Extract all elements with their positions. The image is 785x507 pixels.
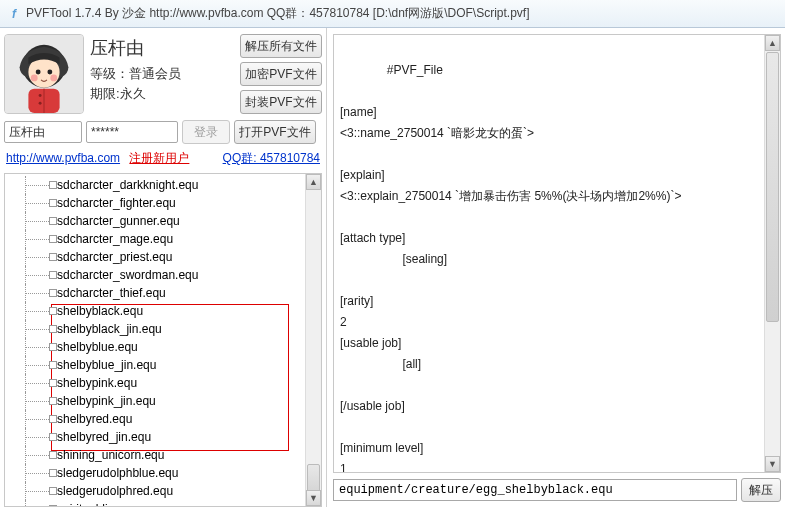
tree-item[interactable]: sdcharcter_priest.equ bbox=[5, 248, 321, 266]
qq-link[interactable]: QQ群: 457810784 bbox=[223, 150, 320, 167]
tree-item[interactable]: shelbyblue_jin.equ bbox=[5, 356, 321, 374]
file-tree[interactable]: ▲ ▼ sdcharcter_darkknight.equsdcharcter_… bbox=[4, 173, 322, 507]
register-link[interactable]: 注册新用户 bbox=[129, 151, 189, 165]
user-expire: 期限:永久 bbox=[90, 84, 234, 104]
tree-item-label: sledgerudolphblue.equ bbox=[57, 466, 178, 480]
tree-item[interactable]: sdcharcter_gunner.equ bbox=[5, 212, 321, 230]
tree-item-label: spiritgoblin.equ bbox=[57, 502, 138, 507]
tree-item-label: sdcharcter_swordman.equ bbox=[57, 268, 198, 282]
tree-item-label: sdcharcter_darkknight.equ bbox=[57, 178, 198, 192]
tree-item-label: shelbyblack_jin.equ bbox=[57, 322, 162, 336]
scroll-thumb[interactable] bbox=[766, 52, 779, 322]
tree-item-label: shelbyred.equ bbox=[57, 412, 132, 426]
content-scrollbar[interactable]: ▲ ▼ bbox=[764, 35, 780, 472]
tree-item-label: sdcharcter_priest.equ bbox=[57, 250, 172, 264]
tree-item[interactable]: sdcharcter_mage.equ bbox=[5, 230, 321, 248]
content-text: #PVF_File [name] <3::name_2750014 `暗影龙女的… bbox=[340, 63, 681, 473]
tree-item[interactable]: sledgerudolphblue.equ bbox=[5, 464, 321, 482]
tree-item[interactable]: spiritgoblin.equ bbox=[5, 500, 321, 507]
tree-item[interactable]: sdcharcter_thief.equ bbox=[5, 284, 321, 302]
avatar bbox=[4, 34, 84, 114]
right-panel: #PVF_File [name] <3::name_2750014 `暗影龙女的… bbox=[327, 28, 785, 507]
tree-item-label: shining_unicorn.equ bbox=[57, 448, 164, 462]
tree-item[interactable]: sdcharcter_swordman.equ bbox=[5, 266, 321, 284]
path-input[interactable] bbox=[333, 479, 737, 501]
file-content[interactable]: #PVF_File [name] <3::name_2750014 `暗影龙女的… bbox=[333, 34, 781, 473]
tree-item[interactable]: shelbypink.equ bbox=[5, 374, 321, 392]
tree-item[interactable]: shining_unicorn.equ bbox=[5, 446, 321, 464]
svg-point-6 bbox=[50, 74, 57, 81]
tree-item[interactable]: shelbyblack_jin.equ bbox=[5, 320, 321, 338]
encrypt-button[interactable]: 加密PVF文件 bbox=[240, 62, 322, 86]
svg-point-3 bbox=[36, 70, 41, 75]
app-icon: f bbox=[6, 6, 22, 22]
user-level: 等级：普通会员 bbox=[90, 64, 234, 84]
window-titlebar: f PVFTool 1.7.4 By 沙金 http://www.pvfba.c… bbox=[0, 0, 785, 28]
username-input[interactable] bbox=[4, 121, 82, 143]
tree-item-label: shelbyblack.equ bbox=[57, 304, 143, 318]
tree-item[interactable]: shelbyblue.equ bbox=[5, 338, 321, 356]
login-button[interactable]: 登录 bbox=[182, 120, 230, 144]
svg-point-9 bbox=[39, 102, 42, 105]
tree-item-label: shelbypink.equ bbox=[57, 376, 137, 390]
tree-item-label: sdcharcter_thief.equ bbox=[57, 286, 166, 300]
tree-item[interactable]: sledgerudolphred.equ bbox=[5, 482, 321, 500]
tree-item-label: shelbyblue_jin.equ bbox=[57, 358, 156, 372]
tree-item[interactable]: shelbypink_jin.equ bbox=[5, 392, 321, 410]
tree-item[interactable]: sdcharcter_darkknight.equ bbox=[5, 176, 321, 194]
left-panel: 压杆由 等级：普通会员 期限:永久 解压所有文件 加密PVF文件 封装PVF文件… bbox=[0, 28, 327, 507]
extract-button[interactable]: 解压 bbox=[741, 478, 781, 502]
tree-item-label: shelbypink_jin.equ bbox=[57, 394, 156, 408]
tree-item[interactable]: shelbyred_jin.equ bbox=[5, 428, 321, 446]
seal-button[interactable]: 封装PVF文件 bbox=[240, 90, 322, 114]
scroll-up-icon[interactable]: ▲ bbox=[765, 35, 780, 51]
tree-item-label: sdcharcter_fighter.equ bbox=[57, 196, 176, 210]
site-link[interactable]: http://www.pvfba.com bbox=[6, 151, 120, 165]
tree-item-label: shelbyred_jin.equ bbox=[57, 430, 151, 444]
tree-item-label: sdcharcter_gunner.equ bbox=[57, 214, 180, 228]
svg-point-4 bbox=[47, 70, 52, 75]
scroll-down-icon[interactable]: ▼ bbox=[765, 456, 780, 472]
tree-item-label: sledgerudolphred.equ bbox=[57, 484, 173, 498]
window-title: PVFTool 1.7.4 By 沙金 http://www.pvfba.com… bbox=[26, 5, 530, 22]
open-pvf-button[interactable]: 打开PVF文件 bbox=[234, 120, 316, 144]
tree-item[interactable]: shelbyred.equ bbox=[5, 410, 321, 428]
svg-point-5 bbox=[31, 74, 38, 81]
extract-all-button[interactable]: 解压所有文件 bbox=[240, 34, 322, 58]
user-name: 压杆由 bbox=[90, 36, 234, 60]
tree-item[interactable]: shelbyblack.equ bbox=[5, 302, 321, 320]
tree-item-label: sdcharcter_mage.equ bbox=[57, 232, 173, 246]
tree-item-label: shelbyblue.equ bbox=[57, 340, 138, 354]
password-input[interactable] bbox=[86, 121, 178, 143]
tree-item[interactable]: sdcharcter_fighter.equ bbox=[5, 194, 321, 212]
svg-point-8 bbox=[39, 94, 42, 97]
